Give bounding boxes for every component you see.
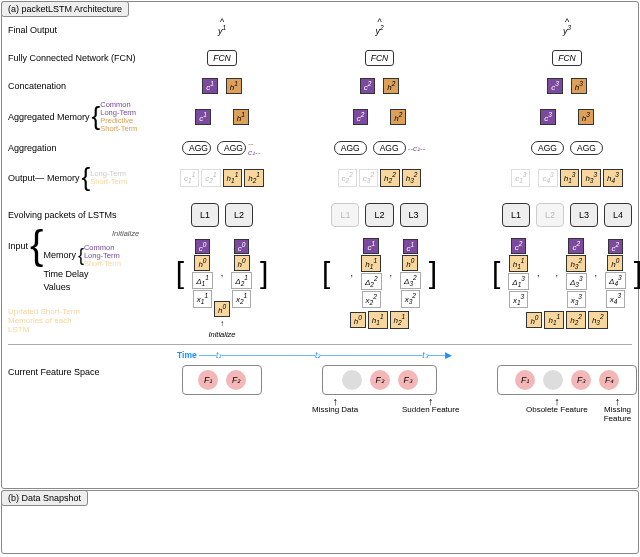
label-output: Output <box>8 173 35 183</box>
c1-agg: c1 <box>195 109 211 125</box>
feat-F2: F₂ <box>370 370 390 390</box>
bracket-icon: [ <box>322 266 330 280</box>
h3-agg: h3 <box>578 109 594 125</box>
bracket-icon: [ <box>492 266 500 280</box>
panel-a-label: (a) packetLSTM Architecture <box>1 1 129 17</box>
label-aggregation: Aggregation <box>8 143 158 153</box>
feat-F3: F₃ <box>571 370 591 390</box>
row-input: Input { Memory { Common Long-Term Short-… <box>2 236 638 298</box>
c1-concat: c1 <box>202 78 218 94</box>
lstm-L2-dim: L2 <box>536 203 564 227</box>
bracket-icon: ] <box>429 266 437 280</box>
out-cell: c21 <box>201 169 220 186</box>
label-agg-mem: Aggregated Memory <box>8 112 90 122</box>
mem-cell: h22 <box>566 311 586 328</box>
feat-F3: F₃ <box>398 370 418 390</box>
annot-missing-data: ↑Missing Data <box>312 397 358 414</box>
row-fcn: Fully Connected Network (FCN) FCN FCN FC… <box>2 44 638 72</box>
time-axis: Time ——t₁———————————t₂————————————t₃——▶ <box>177 350 452 360</box>
mem-cell: h0 <box>526 312 542 328</box>
out-cell: h32 <box>402 169 422 186</box>
bracket-icon: ] <box>260 266 268 280</box>
out-cell: c13 <box>511 169 530 186</box>
mem-cell: h32 <box>588 311 608 328</box>
mem-cell: h11 <box>368 311 388 328</box>
c2-flow: --c₂-- <box>408 144 426 153</box>
out-cell: h13 <box>560 169 580 186</box>
c1-flow: --c₁-- <box>248 139 262 157</box>
lstm-L1-dim: L1 <box>331 203 359 227</box>
panel-b-label: (b) Data Snapshot <box>1 490 88 506</box>
feat-F4: F₄ <box>599 370 619 390</box>
mem-cell: h11 <box>544 311 564 328</box>
separator <box>8 344 632 345</box>
out-cell: c43 <box>538 169 557 186</box>
panel-snapshot: (b) Data Snapshot <box>1 490 639 554</box>
row-aggregation: Aggregation AGG AGG --c₁-- AGG AGG --c₂-… <box>2 134 638 162</box>
h2-agg: h2 <box>390 109 406 125</box>
lstm-L1: L1 <box>502 203 530 227</box>
row-feature-space: Current Feature Space F₁ F₂ F₂ F₃ F₁ F₃ … <box>2 363 638 425</box>
h0-init: h0 <box>214 301 230 317</box>
out-cell: h22 <box>380 169 400 186</box>
label-memory: Memory <box>47 173 80 183</box>
label-input: Input <box>8 241 28 251</box>
feat-F1: F₁ <box>198 370 218 390</box>
mem-cell: h0 <box>350 312 366 328</box>
out-cell: h11 <box>223 169 243 186</box>
out-cell: c11 <box>180 169 199 186</box>
row-concat: Concatenation c1h1 c2h2 c3h3 <box>2 72 638 100</box>
mem-cell: h21 <box>390 311 410 328</box>
panel-architecture: (a) packetLSTM Architecture Final Output… <box>1 1 639 489</box>
fcn-node-2: FCN <box>365 50 394 66</box>
agg-node: AGG <box>570 141 603 155</box>
lstm-L2: L2 <box>365 203 393 227</box>
bracket-icon: ] <box>634 266 640 280</box>
h2-concat: h2 <box>383 78 399 94</box>
h3-concat: h3 <box>571 78 587 94</box>
row-updated-mems: Updated Short-TermMemories of eachLSTM h… <box>2 298 638 342</box>
legend-output: Long-Term Short-Term <box>90 170 127 186</box>
label-evolving: Evolving packets of LSTMs <box>8 210 158 220</box>
out-cell: c22 <box>338 169 357 186</box>
annot-sudden-feature: ↑Sudden Feature <box>402 397 459 414</box>
out-cell: c32 <box>359 169 378 186</box>
h1-agg: h1 <box>233 109 249 125</box>
lstm-L3: L3 <box>400 203 428 227</box>
legend-input: Memory { Common Long-Term Short-Term Tim… <box>43 244 121 294</box>
row-time: Time ——t₁———————————t₂————————————t₃——▶ <box>2 347 638 363</box>
label-final-output: Final Output <box>8 25 158 35</box>
lstm-L4: L4 <box>604 203 632 227</box>
lstm-L3: L3 <box>570 203 598 227</box>
lstm-L2: L2 <box>225 203 253 227</box>
bracket-icon: [ <box>176 266 184 280</box>
agg-node: AGG <box>217 141 246 155</box>
c3-agg: c3 <box>540 109 556 125</box>
agg-node: AGG <box>373 141 406 155</box>
row-output: Output — Memory { Long-Term Short-Term c… <box>2 162 638 194</box>
yhat-2: y2 <box>375 24 383 36</box>
annot-obsolete-feature: ↑Obsolete Feature <box>526 397 588 414</box>
agg-node: AGG <box>531 141 564 155</box>
feat-F2: F₂ <box>226 370 246 390</box>
row-agg-mem: Aggregated Memory { Common Long-Term Pre… <box>2 100 638 134</box>
out-cell: h43 <box>603 169 623 186</box>
legend-agg-mem: Common Long-Term Predictive Short-Term <box>100 101 137 133</box>
label-updated-mems: Updated Short-TermMemories of eachLSTM <box>8 307 158 334</box>
fcn-node-3: FCN <box>552 50 581 66</box>
h1-concat: h1 <box>226 78 242 94</box>
feat-F2-dim <box>543 370 563 390</box>
row-evolving: Evolving packets of LSTMs L1 L2 L1 L2 L3… <box>2 194 638 236</box>
agg-node: AGG <box>334 141 367 155</box>
label-concat: Concatenation <box>8 81 158 91</box>
row-final-output: Final Output y1 y2 y3 <box>2 16 638 44</box>
init-label-1: Initialize <box>112 229 139 238</box>
feat-F1-dim <box>342 370 362 390</box>
feat-F1: F₁ <box>515 370 535 390</box>
yhat-3: y3 <box>563 24 571 36</box>
annot-missing-feature: ↑Missing Feature <box>597 397 638 423</box>
c3-concat: c3 <box>547 78 563 94</box>
label-feat-space: Current Feature Space <box>8 367 158 377</box>
lstm-L1: L1 <box>191 203 219 227</box>
yhat-1: y1 <box>218 24 226 36</box>
